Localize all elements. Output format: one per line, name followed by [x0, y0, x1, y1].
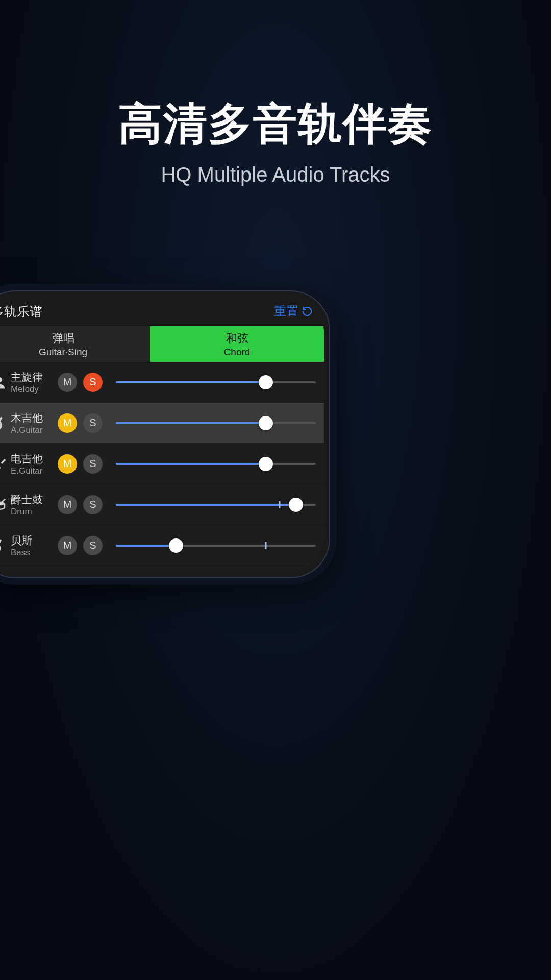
track-row[interactable]: 主旋律MelodyMS: [0, 362, 324, 403]
aguitar-icon: [0, 415, 11, 431]
track-name-cn: 爵士鼓: [11, 493, 58, 507]
tab-label-en: Chord: [224, 347, 251, 358]
solo-button[interactable]: S: [83, 373, 103, 392]
track-label: 电吉他E.Guitar: [11, 452, 58, 476]
headline-en: HQ Multiple Audio Tracks: [0, 163, 551, 186]
volume-slider[interactable]: [116, 535, 316, 556]
svg-point-7: [0, 544, 1, 552]
volume-slider[interactable]: [116, 372, 316, 393]
volume-slider[interactable]: [116, 413, 316, 433]
mute-button[interactable]: M: [58, 373, 77, 392]
slider-thumb[interactable]: [259, 375, 273, 389]
slider-thumb[interactable]: [259, 416, 273, 430]
track-name-en: Melody: [11, 384, 58, 395]
track-name-en: Drum: [11, 507, 58, 517]
tab-label-cn: 弹唱: [52, 331, 74, 346]
track-name-en: A.Guitar: [11, 425, 58, 435]
svg-point-0: [0, 377, 2, 382]
person-icon: [0, 375, 11, 390]
track-label: 木吉他A.Guitar: [11, 411, 58, 435]
svg-point-1: [0, 421, 2, 430]
eguitar-icon: [0, 456, 11, 472]
track-name-cn: 电吉他: [11, 452, 58, 466]
track-row[interactable]: 贝斯BassMS: [0, 525, 324, 566]
phone-mockup: 多轨乐谱 重置 弹唱 Guitar·Sing 和弦 Chord: [0, 284, 337, 585]
reset-button[interactable]: 重置: [274, 303, 313, 320]
solo-button[interactable]: S: [83, 495, 103, 514]
tab-chord[interactable]: 和弦 Chord: [150, 326, 324, 362]
track-label: 爵士鼓Drum: [11, 493, 58, 517]
mute-button[interactable]: M: [58, 413, 77, 433]
reset-label: 重置: [274, 303, 298, 320]
bass-icon: [0, 538, 11, 553]
mute-button[interactable]: M: [58, 536, 77, 555]
tab-label-cn: 和弦: [226, 331, 248, 346]
solo-button[interactable]: S: [83, 454, 103, 474]
slider-thumb[interactable]: [169, 538, 183, 553]
tab-label-en: Guitar·Sing: [39, 347, 87, 358]
slider-thumb[interactable]: [289, 498, 303, 512]
reset-icon: [302, 306, 313, 317]
track-row[interactable]: 木吉他A.GuitarMS: [0, 403, 324, 444]
mute-button[interactable]: M: [58, 454, 77, 474]
tab-bar: 弹唱 Guitar·Sing 和弦 Chord: [0, 326, 324, 362]
solo-button[interactable]: S: [83, 536, 103, 555]
drum-icon: [0, 497, 11, 512]
volume-slider[interactable]: [116, 454, 316, 474]
track-name-en: Bass: [11, 548, 58, 558]
track-name-cn: 贝斯: [11, 533, 58, 548]
track-name-cn: 木吉他: [11, 411, 58, 425]
track-name-cn: 主旋律: [11, 370, 58, 384]
track-row[interactable]: 键盘MS: [0, 566, 324, 572]
slider-thumb[interactable]: [259, 457, 273, 471]
track-label: 主旋律Melody: [11, 370, 58, 395]
volume-slider[interactable]: [116, 495, 316, 515]
tab-guitar-sing[interactable]: 弹唱 Guitar·Sing: [0, 326, 150, 362]
track-row[interactable]: 电吉他E.GuitarMS: [0, 444, 324, 484]
track-label: 贝斯Bass: [11, 533, 58, 558]
track-row[interactable]: 爵士鼓DrumMS: [0, 484, 324, 525]
mute-button[interactable]: M: [58, 495, 77, 514]
track-list: 主旋律MelodyMS木吉他A.GuitarMS电吉他E.GuitarMS爵士鼓…: [0, 362, 324, 572]
solo-button[interactable]: S: [83, 413, 103, 433]
track-name-en: E.Guitar: [11, 466, 58, 476]
headline-cn: 高清多音轨伴奏: [0, 94, 551, 154]
topbar: 多轨乐谱 重置: [0, 297, 324, 326]
screen-title: 多轨乐谱: [0, 303, 274, 320]
